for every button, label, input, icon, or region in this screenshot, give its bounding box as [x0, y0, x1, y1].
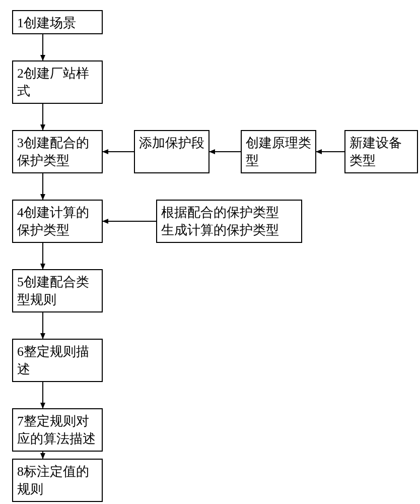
node-create-scene: 1创建场景 — [12, 10, 103, 34]
node-add-protection-section: 添加保护段 — [134, 130, 209, 173]
node-create-station-style: 2创建厂站样式 — [12, 60, 103, 104]
node-setting-rule-desc: 6整定规则描述 — [12, 339, 103, 382]
node-line-2: 生成计算的保护类型 — [161, 223, 279, 237]
node-create-coord-type-rules: 5创建配合类型规则 — [12, 269, 103, 312]
node-line-1: 根据配合的保护类型 — [161, 205, 279, 220]
flowchart-canvas: 1创建场景 2创建厂站样式 3创建配合的保护类型 4创建计算的保护类型 5创建配… — [0, 0, 420, 504]
node-new-device-type: 新建设备类型 — [344, 130, 418, 173]
node-setting-rule-algo-desc: 7整定规则对应的算法描述 — [12, 408, 103, 452]
node-label-setting-rules: 8标注定值的规则 — [12, 459, 103, 502]
node-create-calc-protection-type: 4创建计算的保护类型 — [12, 200, 103, 243]
node-create-principle-type: 创建原理类型 — [241, 130, 316, 173]
node-create-coord-protection-type: 3创建配合的保护类型 — [12, 130, 103, 173]
node-gen-calc-protection-from-coord: 根据配合的保护类型 生成计算的保护类型 — [156, 200, 302, 243]
